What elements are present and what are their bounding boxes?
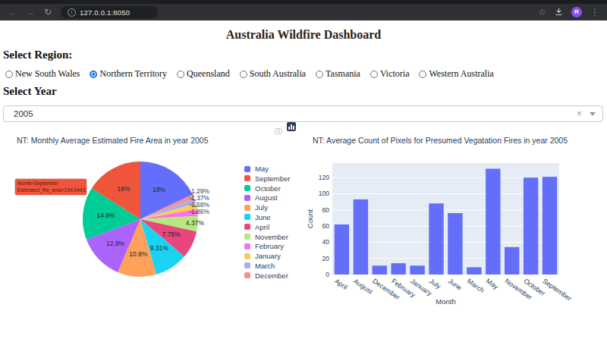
pie-slice-label: 9.31% bbox=[150, 244, 169, 252]
pie-slice-label: 16% bbox=[118, 185, 131, 193]
pie-slice-label: 10.9% bbox=[129, 250, 148, 258]
y-tick-label: 20 bbox=[322, 255, 330, 262]
pie-legend: MaySeptemberOctoberAugustJulyJuneAprilNo… bbox=[244, 165, 290, 280]
radio-circle-icon[interactable] bbox=[370, 71, 378, 78]
region-radio-victoria[interactable]: Victoria bbox=[370, 68, 410, 80]
profile-avatar[interactable]: R bbox=[571, 7, 582, 17]
legend-swatch bbox=[244, 262, 250, 268]
bar-august[interactable] bbox=[354, 199, 368, 275]
bar-january[interactable] bbox=[410, 265, 424, 275]
bar-june[interactable] bbox=[448, 213, 462, 275]
url-text: 127.0.0.1:8050 bbox=[80, 8, 130, 17]
pie-chart[interactable]: 18%4.37%7.75%9.31%10.9%12.8%14.8%16%1.29… bbox=[0, 148, 243, 334]
pie-slice-label: 7.75% bbox=[162, 231, 181, 238]
legend-label: August bbox=[255, 193, 278, 202]
year-dropdown-value: 2005 bbox=[4, 109, 33, 118]
bar-april[interactable] bbox=[335, 224, 349, 275]
url-bar[interactable]: i 127.0.0.1:8050 bbox=[61, 6, 158, 18]
download-icon[interactable] bbox=[555, 5, 563, 19]
region-radio-tasmania[interactable]: Tasmania bbox=[316, 68, 360, 80]
legend-label: July bbox=[255, 203, 268, 212]
camera-icon[interactable] bbox=[275, 124, 282, 137]
y-tick-label: 120 bbox=[319, 174, 329, 181]
site-info-icon[interactable]: i bbox=[68, 8, 76, 17]
legend-swatch bbox=[244, 214, 250, 220]
legend-item-may[interactable]: May bbox=[244, 165, 290, 173]
legend-item-january[interactable]: January bbox=[244, 252, 290, 260]
legend-label: October bbox=[255, 184, 281, 193]
radio-label: Western Australia bbox=[429, 68, 493, 80]
page-title: Australia Wildfire Dashboard bbox=[0, 28, 607, 42]
bar-october[interactable] bbox=[524, 177, 538, 275]
radio-circle-icon[interactable] bbox=[177, 71, 184, 78]
screen: ← → ↻ i 127.0.0.1:8050 ☆ R ⋮ Australia W… bbox=[0, 0, 607, 364]
radio-circle-icon[interactable] bbox=[90, 71, 97, 78]
legend-item-august[interactable]: August bbox=[244, 193, 290, 202]
legend-swatch bbox=[244, 166, 250, 172]
region-radio-northern-territory[interactable]: Northern Territory bbox=[90, 68, 167, 80]
bar-july[interactable] bbox=[429, 203, 443, 275]
y-tick-label: 80 bbox=[322, 206, 330, 214]
legend-label: May bbox=[255, 165, 269, 173]
radio-circle-icon[interactable] bbox=[419, 71, 426, 78]
pie-slice-label: 12.8% bbox=[106, 240, 125, 247]
year-dropdown[interactable]: 2005 × bbox=[3, 105, 603, 122]
browser-toolbar: ← → ↻ i 127.0.0.1:8050 ☆ R ⋮ bbox=[0, 4, 607, 20]
x-tick-label: August bbox=[352, 277, 374, 296]
y-tick-label: 40 bbox=[322, 238, 330, 246]
y-tick-label: 60 bbox=[322, 222, 330, 230]
plotly-logo-icon[interactable] bbox=[287, 122, 296, 131]
legend-item-october[interactable]: October bbox=[244, 184, 290, 193]
x-tick-label: June bbox=[447, 277, 464, 291]
region-radio-western-australia[interactable]: Western Australia bbox=[419, 68, 493, 80]
legend-swatch bbox=[244, 243, 250, 249]
legend-swatch bbox=[244, 253, 250, 259]
legend-item-april[interactable]: April bbox=[244, 223, 290, 231]
x-axis-title: Month bbox=[436, 297, 455, 306]
pie-outside-label: 1.86% bbox=[191, 208, 210, 215]
legend-item-july[interactable]: July bbox=[244, 203, 290, 212]
pie-slice-label: 4.37% bbox=[186, 219, 205, 227]
legend-label: April bbox=[255, 223, 269, 231]
region-radio-group: New South WalesNorthern TerritoryQueensl… bbox=[5, 68, 494, 80]
bar-march[interactable] bbox=[467, 267, 481, 275]
legend-item-february[interactable]: February bbox=[244, 242, 290, 250]
bar-february[interactable] bbox=[392, 263, 406, 275]
dropdown-caret-icon[interactable] bbox=[590, 112, 596, 116]
pie-slice-label: 14.8% bbox=[97, 212, 116, 219]
legend-item-december[interactable]: December bbox=[244, 271, 290, 280]
radio-circle-icon[interactable] bbox=[316, 71, 323, 78]
kebab-menu-icon[interactable]: ⋮ bbox=[590, 4, 599, 20]
radio-circle-icon[interactable] bbox=[240, 71, 247, 78]
pie-slice-label: 18% bbox=[153, 186, 165, 193]
region-radio-south-australia[interactable]: South Australia bbox=[240, 68, 306, 80]
bar-november[interactable] bbox=[505, 247, 519, 275]
bar-chart[interactable]: 020406080100120AprilAugustDecemberFebrua… bbox=[304, 148, 607, 326]
legend-swatch bbox=[244, 224, 250, 230]
legend-swatch bbox=[244, 185, 250, 191]
y-tick-label: 0 bbox=[326, 271, 329, 278]
legend-swatch bbox=[244, 205, 250, 211]
y-tick-label: 100 bbox=[319, 190, 329, 197]
back-icon[interactable]: ← bbox=[8, 4, 17, 20]
radio-circle-icon[interactable] bbox=[5, 71, 13, 78]
legend-swatch bbox=[244, 175, 250, 181]
radio-label: Tasmania bbox=[326, 68, 360, 80]
legend-item-september[interactable]: September bbox=[244, 174, 290, 183]
x-tick-label: March bbox=[466, 277, 486, 294]
reload-icon[interactable]: ↻ bbox=[44, 4, 52, 20]
bar-december[interactable] bbox=[373, 265, 387, 275]
legend-item-march[interactable]: March bbox=[244, 262, 290, 270]
bar-september[interactable] bbox=[543, 177, 557, 275]
legend-item-november[interactable]: November bbox=[244, 233, 290, 241]
forward-icon[interactable]: → bbox=[26, 4, 35, 20]
legend-item-june[interactable]: June bbox=[244, 213, 290, 221]
radio-label: Queensland bbox=[187, 68, 230, 80]
pie-chart-title: NT: Monthly Average Estimated Fire Area … bbox=[17, 136, 209, 145]
region-radio-new-south-wales[interactable]: New South Wales bbox=[5, 68, 80, 80]
region-radio-queensland[interactable]: Queensland bbox=[177, 68, 230, 80]
dropdown-clear-icon[interactable]: × bbox=[577, 108, 590, 119]
bar-may[interactable] bbox=[486, 169, 500, 275]
bookmark-star-icon[interactable]: ☆ bbox=[538, 4, 546, 20]
select-year-heading: Select Year bbox=[3, 85, 57, 98]
